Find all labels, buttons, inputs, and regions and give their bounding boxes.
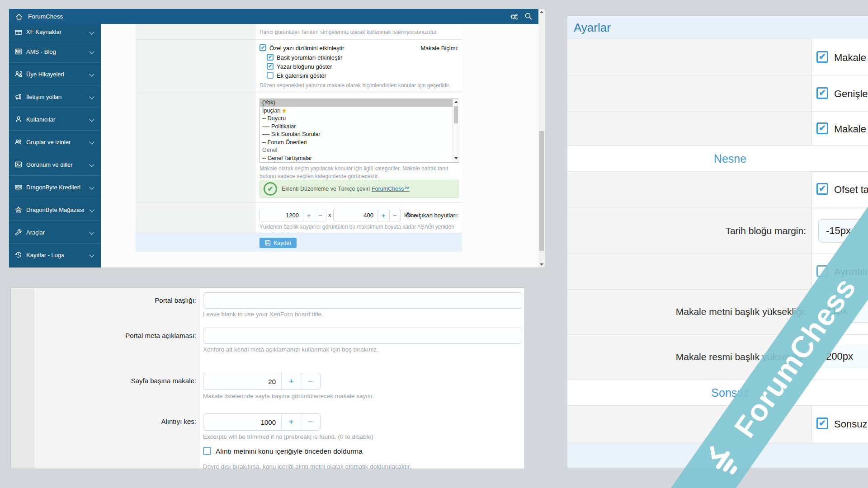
portal-meta-input[interactable] bbox=[203, 328, 522, 344]
checkbox-ayrintili[interactable]: ✔ bbox=[816, 265, 828, 277]
wrench-icon bbox=[14, 228, 23, 236]
listbox-option[interactable]: Genel bbox=[260, 146, 459, 155]
row-divider bbox=[567, 253, 868, 253]
sidebar-item-dragonbyte-magazasi[interactable]: DragonByte Mağazası bbox=[9, 198, 101, 221]
date-margin-input[interactable] bbox=[818, 219, 868, 243]
checkbox-label[interactable]: Genişlet bbox=[834, 88, 868, 100]
height-input[interactable] bbox=[334, 209, 377, 221]
prefill-hint-clipped: Devre dışı bırakılırsa, konu içeriği alı… bbox=[203, 463, 411, 469]
image-header-height-input[interactable] bbox=[818, 345, 868, 368]
increment-button[interactable]: + bbox=[303, 209, 315, 221]
width-input[interactable] bbox=[260, 209, 303, 221]
listbox-option[interactable]: -- Genel Tartışmalar bbox=[260, 155, 459, 163]
chevron-down-icon bbox=[89, 71, 94, 76]
addon-notice: ✔ Eklenti Düzenleme ve Türkçe çeviri For… bbox=[259, 180, 459, 198]
checkbox-label[interactable]: Ofset ta bbox=[834, 184, 868, 196]
sidebar-item-uye-hikayeleri[interactable]: Üye Hikayeleri bbox=[9, 62, 101, 85]
sidebar-item-gorunum-ve-diller[interactable]: Görünüm ve diller bbox=[9, 153, 101, 176]
scroll-up-icon[interactable] bbox=[540, 11, 543, 13]
forum-listbox[interactable]: (Yok) İpuçları -- Duyuru ---- Politikala… bbox=[259, 99, 459, 163]
decrement-button[interactable]: − bbox=[301, 414, 320, 430]
notice-text: Eklenti Düzenleme ve Türkçe çeviri bbox=[282, 186, 370, 192]
checkbox-label[interactable]: Makale bbox=[834, 52, 866, 64]
banknote-icon bbox=[14, 183, 23, 191]
chevron-down-icon bbox=[89, 29, 94, 34]
checkbox-sonsuz[interactable]: ✔ bbox=[816, 418, 828, 429]
increment-button[interactable]: + bbox=[281, 414, 301, 430]
scroll-down-icon[interactable] bbox=[454, 157, 458, 160]
scroll-down-icon[interactable] bbox=[540, 263, 543, 266]
per-page-input[interactable] bbox=[203, 373, 281, 389]
megaphone-icon bbox=[14, 93, 23, 101]
checkbox-label[interactable]: Sonsuz bbox=[834, 418, 867, 430]
listbox-option-label: İpuçları bbox=[262, 107, 281, 115]
lightning-icon bbox=[282, 108, 287, 114]
checkbox-simple-comments[interactable]: ✔ bbox=[267, 54, 274, 61]
user-group-icon bbox=[14, 138, 23, 146]
listbox-option[interactable]: ---- Politikalar bbox=[260, 123, 459, 131]
decrement-button[interactable]: − bbox=[301, 373, 320, 389]
sidebar-item-gruplar-ve-izinler[interactable]: Gruplar ve izinler bbox=[9, 130, 101, 153]
listbox-option[interactable]: ---- Sık Sorulan Sorular bbox=[260, 131, 459, 139]
sidebar-item-kayitlar-logs[interactable]: Kayıtlar - Logs bbox=[9, 243, 101, 266]
portal-title-label: Portal başlığı: bbox=[33, 296, 196, 304]
checkbox-makale-1[interactable]: ✔ bbox=[816, 51, 828, 63]
checkbox-label[interactable]: Ayrıntılı bbox=[834, 266, 868, 278]
trim-excerpt-hint: Excerpts will be trimmed if no [prebreak… bbox=[203, 433, 373, 440]
search-icon[interactable] bbox=[524, 12, 533, 20]
chevron-down-icon bbox=[89, 184, 94, 189]
options-form: Harici görüntüleri tanıtım simgeleriniz … bbox=[136, 24, 462, 252]
row-divider bbox=[567, 289, 868, 290]
checkbox-genislet[interactable]: ✔ bbox=[816, 87, 828, 99]
increment-button[interactable]: + bbox=[281, 373, 301, 389]
checkbox-label[interactable]: Alıntı metnini konu içeriğiyle önceden d… bbox=[216, 447, 363, 455]
checkbox-author-block[interactable]: ✔ bbox=[267, 63, 274, 70]
sidebar-item-label: İletişim yolları bbox=[26, 94, 90, 100]
sidebar-item-ams-blog[interactable]: AMS - Blog bbox=[9, 40, 101, 63]
text-header-height-input[interactable] bbox=[818, 299, 868, 323]
checkbox-label[interactable]: Ek galerisini göster bbox=[277, 72, 326, 79]
checkbox-label[interactable]: Basit yorumları etkinleştir bbox=[277, 54, 342, 61]
sidebar-item-xf-kaynaklar[interactable]: XF Kaynaklar bbox=[9, 24, 101, 40]
decrement-button[interactable]: − bbox=[315, 209, 326, 221]
scrollbar-thumb[interactable] bbox=[454, 106, 458, 123]
checkbox-label[interactable]: Özel yazı dizilimini etkinleştir bbox=[269, 45, 344, 52]
trim-excerpt-input[interactable] bbox=[203, 414, 281, 430]
checkbox-ofset[interactable]: ✔ bbox=[816, 183, 828, 195]
history-clock-icon bbox=[14, 251, 23, 259]
settings-share-icon[interactable] bbox=[509, 12, 519, 21]
increment-button[interactable]: + bbox=[377, 209, 389, 221]
sidebar-item-label: XF Kaynaklar bbox=[26, 28, 90, 35]
listbox-option[interactable]: -- Duyuru bbox=[260, 115, 459, 123]
save-button[interactable]: Kaydet bbox=[259, 238, 297, 248]
listbox-option[interactable]: -- Forum Önerileri bbox=[260, 139, 459, 147]
sidebar-item-araclar[interactable]: Araçlar bbox=[9, 221, 101, 244]
home-icon[interactable] bbox=[15, 13, 23, 20]
checkbox-makale-2[interactable]: ✔ bbox=[816, 122, 828, 134]
sidebar-item-kullanicilar[interactable]: Kullanıcılar bbox=[9, 108, 101, 131]
window-scrollbar[interactable] bbox=[538, 9, 545, 267]
checkbox-prefill-excerpt[interactable]: ✔ bbox=[203, 447, 211, 455]
checkbox-label[interactable]: Makale bbox=[834, 123, 866, 135]
date-margin-label: Tarih bloğu margin: bbox=[571, 225, 806, 236]
sidebar-item-dragonbyte-kredileri[interactable]: DragonByte Kredileri bbox=[9, 175, 101, 198]
chevron-down-icon bbox=[89, 162, 94, 167]
checkbox-attachment-gallery[interactable]: ✔ bbox=[267, 72, 274, 79]
dims-separator: x bbox=[328, 211, 331, 218]
listbox-option[interactable]: İpuçları bbox=[260, 107, 459, 115]
portal-meta-label: Portal meta açıklaması: bbox=[33, 332, 196, 339]
portal-title-input[interactable] bbox=[203, 292, 522, 309]
sidebar-item-label: Araçlar bbox=[26, 229, 90, 236]
scrollbar-thumb[interactable] bbox=[539, 131, 544, 251]
decrement-button[interactable]: − bbox=[389, 209, 401, 221]
row-divider bbox=[567, 207, 868, 207]
forumchess-link[interactable]: ForumChess™ bbox=[372, 186, 410, 192]
row-divider bbox=[567, 334, 868, 335]
sidebar-item-iletisim-yollari[interactable]: İletişim yolları bbox=[9, 85, 101, 108]
listbox-scrollbar[interactable] bbox=[453, 99, 459, 161]
per-page-stepper: + − bbox=[203, 373, 321, 390]
checkbox-label[interactable]: Yazar bloğunu göster bbox=[277, 63, 332, 70]
scroll-up-icon[interactable] bbox=[454, 101, 458, 103]
checkbox-custom-layout[interactable]: ✔ bbox=[259, 44, 266, 51]
listbox-option[interactable]: (Yok) bbox=[260, 99, 459, 107]
